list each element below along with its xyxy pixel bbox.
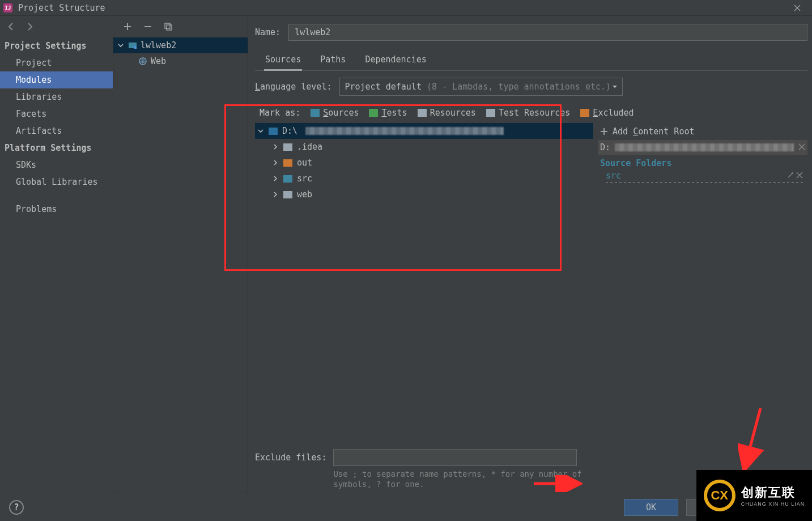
watermark-mark: CX bbox=[704, 480, 736, 511]
folder-icon bbox=[283, 143, 292, 151]
folder-excluded-icon bbox=[283, 159, 292, 167]
edit-icon[interactable] bbox=[787, 171, 796, 181]
content-roots-panel: Add Content Root D: Source Folders src bbox=[598, 123, 807, 429]
app-icon: IJ bbox=[3, 3, 12, 12]
folder-label: .idea bbox=[297, 142, 322, 152]
help-button[interactable]: ? bbox=[9, 500, 24, 515]
mark-as-toolbar: Mark as: Sources Tests Resources Test Re… bbox=[255, 103, 807, 123]
language-level-value: Project default (8 - Lambdas, type annot… bbox=[345, 82, 611, 92]
svg-rect-1 bbox=[167, 25, 172, 30]
folder-icon bbox=[283, 191, 292, 198]
remove-icon[interactable] bbox=[796, 171, 805, 181]
remove-module-button[interactable] bbox=[142, 20, 154, 33]
tab-paths[interactable]: Paths bbox=[319, 52, 347, 70]
section-platform-settings: Platform Settings bbox=[0, 139, 113, 156]
folder-row-web[interactable]: web bbox=[255, 187, 593, 202]
module-name-input[interactable] bbox=[288, 24, 807, 41]
redacted-path bbox=[615, 143, 794, 151]
settings-sidebar: Project Settings Project Modules Librari… bbox=[0, 16, 113, 493]
chevron-down-icon bbox=[612, 82, 618, 92]
language-level-label: Language level: bbox=[255, 82, 331, 92]
module-root-label: lwlweb2 bbox=[141, 40, 176, 50]
content-root-label: D:\ bbox=[282, 126, 297, 136]
watermark-text-small: CHUANG XIN HU LIAN bbox=[741, 501, 805, 507]
nav-item-modules[interactable]: Modules bbox=[0, 71, 113, 88]
title-bar: IJ Project Structure bbox=[0, 0, 812, 16]
nav-item-libraries[interactable]: Libraries bbox=[0, 88, 113, 105]
watermark-logo: CX 创新互联 CHUANG XIN HU LIAN bbox=[696, 470, 812, 521]
chevron-right-icon bbox=[272, 144, 279, 150]
svg-rect-3 bbox=[134, 46, 137, 49]
copy-module-button[interactable] bbox=[162, 20, 175, 33]
mark-as-resources[interactable]: Resources bbox=[418, 108, 476, 118]
nav-item-problems[interactable]: Problems bbox=[0, 201, 113, 218]
name-label: Name: bbox=[255, 27, 280, 37]
module-root-row[interactable]: lwlweb2 bbox=[113, 37, 248, 53]
content-root-row[interactable]: D:\ bbox=[255, 123, 593, 139]
content-root-prefix: D: bbox=[600, 142, 610, 153]
add-module-button[interactable] bbox=[121, 20, 134, 33]
folder-test-resources-icon bbox=[486, 109, 495, 117]
exclude-files-input[interactable] bbox=[333, 449, 577, 466]
svg-rect-0 bbox=[165, 23, 170, 28]
folder-icon bbox=[269, 128, 278, 135]
content-tree: D:\ .idea out src bbox=[255, 123, 593, 429]
module-details-panel: Name: Sources Paths Dependencies Languag… bbox=[248, 16, 812, 493]
nav-item-global-libraries[interactable]: Global Libraries bbox=[0, 173, 113, 190]
folder-tests-icon bbox=[369, 109, 378, 117]
content-root-path-row[interactable]: D: bbox=[598, 140, 807, 155]
forward-arrow-button[interactable] bbox=[23, 20, 36, 33]
watermark-text-big: 创新互联 bbox=[741, 484, 805, 501]
folder-excluded-icon bbox=[580, 109, 589, 117]
folder-label: src bbox=[297, 173, 312, 184]
folder-resources-icon bbox=[418, 109, 427, 117]
chevron-right-icon bbox=[272, 192, 279, 197]
module-child-label: Web bbox=[151, 56, 166, 66]
remove-content-root-button[interactable] bbox=[798, 142, 805, 153]
folder-row-src[interactable]: src bbox=[255, 171, 593, 187]
nav-item-sdks[interactable]: SDKs bbox=[0, 156, 113, 173]
folder-row-idea[interactable]: .idea bbox=[255, 139, 593, 155]
nav-item-project[interactable]: Project bbox=[0, 54, 113, 71]
exclude-files-hint: Use ; to separate name patterns, * for a… bbox=[333, 469, 639, 489]
mark-as-label: Mark as: bbox=[260, 108, 300, 118]
mark-as-excluded[interactable]: Excluded bbox=[580, 108, 634, 118]
language-level-select[interactable]: Project default (8 - Lambdas, type annot… bbox=[339, 78, 623, 96]
folder-label: web bbox=[297, 189, 312, 200]
add-content-root-button[interactable]: Add Content Root bbox=[598, 123, 807, 140]
web-facet-icon bbox=[138, 57, 147, 66]
window-close-button[interactable] bbox=[786, 0, 809, 16]
section-project-settings: Project Settings bbox=[0, 37, 113, 54]
mark-as-tests[interactable]: Tests bbox=[369, 108, 407, 118]
chevron-down-icon bbox=[257, 128, 264, 134]
source-folder-label: src bbox=[600, 171, 787, 181]
module-child-row[interactable]: Web bbox=[113, 53, 248, 69]
mark-as-sources[interactable]: Sources bbox=[311, 108, 359, 118]
tab-sources[interactable]: Sources bbox=[264, 52, 302, 71]
exclude-files-label: Exclude files: bbox=[255, 449, 326, 463]
redacted-path bbox=[305, 127, 504, 135]
back-arrow-button[interactable] bbox=[5, 20, 18, 33]
chevron-down-icon bbox=[117, 41, 125, 49]
module-tree-panel: lwlweb2 Web bbox=[113, 16, 248, 493]
folder-row-out[interactable]: out bbox=[255, 155, 593, 171]
source-folders-heading: Source Folders bbox=[598, 155, 807, 170]
folder-sources-icon bbox=[311, 109, 320, 117]
source-folder-item[interactable]: src bbox=[598, 170, 807, 182]
module-folder-icon bbox=[128, 41, 137, 50]
nav-item-artifacts[interactable]: Artifacts bbox=[0, 122, 113, 139]
folder-label: out bbox=[297, 158, 312, 168]
dialog-button-bar: ? OK Cancel Apply bbox=[0, 493, 812, 521]
module-tabs: Sources Paths Dependencies bbox=[255, 52, 807, 71]
nav-item-facets[interactable]: Facets bbox=[0, 105, 113, 122]
chevron-right-icon bbox=[272, 176, 279, 181]
chevron-right-icon bbox=[272, 160, 279, 166]
divider bbox=[606, 182, 805, 183]
tab-dependencies[interactable]: Dependencies bbox=[364, 52, 427, 70]
mark-as-test-resources[interactable]: Test Resources bbox=[486, 108, 570, 118]
ok-button[interactable]: OK bbox=[624, 499, 678, 516]
folder-sources-icon bbox=[283, 175, 292, 183]
window-title: Project Structure bbox=[18, 3, 105, 13]
